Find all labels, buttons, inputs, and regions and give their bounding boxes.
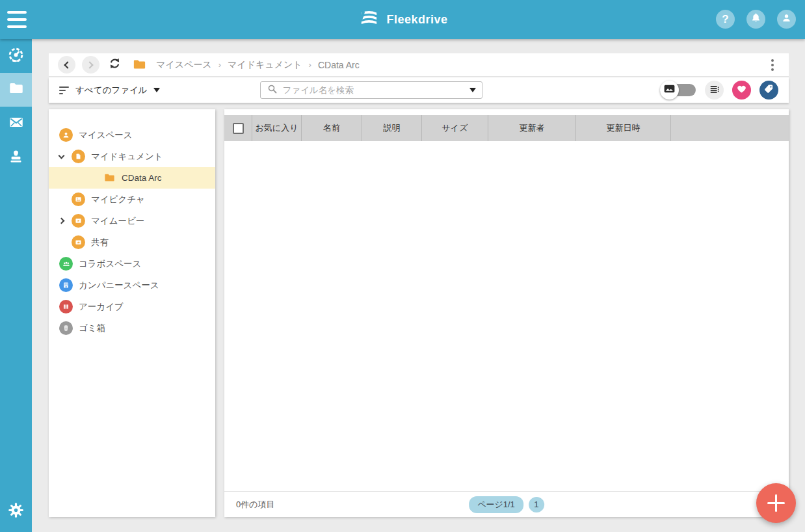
thumbnail-view-toggle[interactable] [660, 81, 696, 100]
rail-item-settings[interactable] [0, 494, 32, 528]
tree-item-label: カンパニースペース [79, 280, 159, 291]
list-view-button[interactable] [705, 81, 724, 100]
breadcrumb-separator: › [309, 60, 311, 70]
back-button[interactable] [58, 56, 75, 73]
tree-item-shared[interactable]: 共有 [49, 232, 215, 253]
tree-item-archive[interactable]: アーカイブ [49, 296, 215, 317]
select-all-cell [224, 115, 252, 141]
tree-item-label: 共有 [91, 237, 109, 248]
collab-space-icon [59, 257, 73, 271]
tree-item-mypictures[interactable]: マイピクチャ [49, 189, 215, 210]
column-header-favorite[interactable]: お気に入り [252, 115, 302, 141]
forward-button[interactable] [82, 56, 99, 73]
favorites-button[interactable] [732, 81, 751, 100]
folder-icon [8, 80, 25, 100]
file-table-header: お気に入り 名前 説明 サイズ 更新者 更新日時 [224, 115, 789, 141]
tree-item-mymovies[interactable]: マイムービー [49, 210, 215, 232]
filter-label: すべてのファイル [75, 85, 148, 96]
account-button[interactable] [777, 10, 796, 29]
chevron-down-icon [153, 88, 160, 92]
more-options-button[interactable] [765, 58, 780, 72]
rail-item-mail[interactable] [0, 107, 32, 140]
help-button[interactable]: ? [716, 10, 735, 29]
list-view-icon [709, 83, 720, 98]
item-count: 0件の項目 [236, 499, 275, 511]
topbar-actions: ? [716, 10, 796, 29]
folder-icon [103, 172, 116, 184]
menu-icon[interactable] [7, 11, 27, 28]
tree-item-label: マイドキュメント [91, 151, 163, 163]
file-table-body [224, 141, 789, 491]
folder-tree-panel: マイスペース マイドキュメント CData Arc マイピクチ [49, 109, 215, 517]
tree-item-label: ゴミ箱 [79, 323, 105, 334]
column-header-updated-by[interactable]: 更新者 [488, 115, 576, 141]
page-indicator[interactable]: ページ1/1 [469, 496, 523, 513]
file-table-footer: 0件の項目 ページ1/1 1 [224, 491, 789, 517]
rail-item-dashboard[interactable] [0, 39, 32, 73]
add-button[interactable] [756, 483, 796, 523]
select-all-checkbox[interactable] [233, 123, 244, 134]
mail-icon [8, 114, 25, 133]
search-dropdown-icon[interactable] [469, 88, 476, 92]
search-icon [267, 83, 278, 98]
tree-item-label: アーカイブ [79, 301, 124, 313]
tree-item-label: マイピクチャ [91, 194, 145, 206]
fleekdrive-app: { "topbar": { "brand": "Fleekdrive", "he… [0, 0, 805, 532]
page-number-button[interactable]: 1 [529, 497, 544, 512]
breadcrumb-bar: マイスペース › マイドキュメント › CData Arc [49, 53, 789, 77]
view-controls [660, 81, 778, 100]
fleekdrive-logo-icon [357, 7, 380, 32]
rail-item-approval[interactable] [0, 140, 32, 174]
breadcrumb-item-current[interactable]: CData Arc [318, 60, 360, 70]
tree-item-company-space[interactable]: カンパニースペース [49, 274, 215, 296]
left-rail [0, 39, 32, 532]
search-input[interactable] [283, 85, 465, 95]
heart-icon [736, 83, 747, 97]
documents-icon [72, 150, 85, 163]
gear-icon [7, 501, 25, 522]
tree-item-myspace[interactable]: マイスペース [49, 124, 215, 146]
column-header-description[interactable]: 説明 [362, 115, 422, 141]
bell-icon [750, 12, 762, 27]
filter-icon [59, 86, 70, 94]
current-folder-icon [132, 57, 147, 72]
chevron-right-icon[interactable] [57, 219, 66, 223]
breadcrumb-separator: › [218, 60, 221, 70]
pictures-icon [72, 193, 85, 206]
rail-item-files[interactable] [0, 73, 32, 107]
breadcrumb-item-mydocuments[interactable]: マイドキュメント [228, 59, 302, 71]
column-header-size[interactable]: サイズ [422, 115, 488, 141]
stamp-icon [8, 148, 24, 167]
column-header-updated-at[interactable]: 更新日時 [576, 115, 671, 141]
notifications-button[interactable] [746, 10, 765, 29]
column-header-name[interactable]: 名前 [302, 115, 362, 141]
search-box [260, 81, 482, 99]
breadcrumb-item-myspace[interactable]: マイスペース [156, 59, 212, 71]
tree-item-label: マイスペース [79, 129, 133, 141]
help-icon: ? [722, 13, 728, 26]
thumbnail-icon [663, 82, 676, 98]
user-icon [780, 12, 793, 27]
user-space-icon [59, 128, 73, 142]
company-space-icon [59, 278, 73, 292]
file-list-panel: お気に入り 名前 説明 サイズ 更新者 更新日時 0件の項目 ページ1/1 1 [224, 109, 789, 517]
chevron-down-icon[interactable] [57, 155, 66, 158]
refresh-icon [108, 57, 122, 73]
tree-item-collab-space[interactable]: コラボスペース [49, 253, 215, 274]
refresh-button[interactable] [106, 57, 123, 73]
brand-name: Fleekdrive [386, 13, 447, 27]
chevron-right-icon [86, 61, 93, 68]
trash-icon [59, 321, 73, 335]
tags-button[interactable] [759, 81, 778, 100]
toggle-knob [660, 81, 679, 100]
tree-item-cdata-arc[interactable]: CData Arc [49, 167, 215, 189]
tree-item-label: マイムービー [91, 215, 144, 227]
chevron-left-icon [64, 61, 71, 68]
shared-icon [72, 235, 85, 249]
tree-item-mydocuments[interactable]: マイドキュメント [49, 146, 215, 167]
tree-item-trash[interactable]: ゴミ箱 [49, 317, 215, 339]
tree-item-label: コラボスペース [79, 258, 141, 270]
file-type-filter[interactable]: すべてのファイル [59, 85, 160, 96]
archive-icon [59, 300, 73, 313]
breadcrumb: マイスペース › マイドキュメント › CData Arc [156, 59, 360, 71]
